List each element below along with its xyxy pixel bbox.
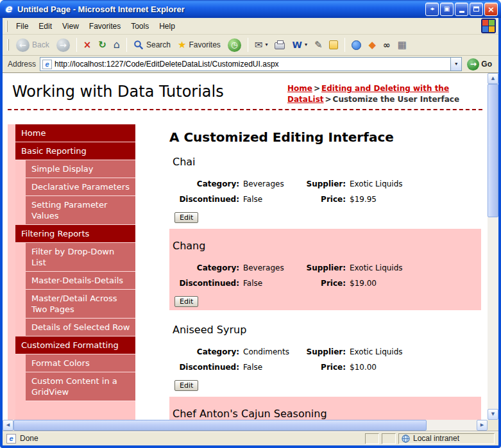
- toolbar-separator: [76, 38, 77, 52]
- field-value: Condiments: [243, 344, 293, 360]
- back-button[interactable]: ← Back: [13, 37, 53, 53]
- address-dropdown-button[interactable]: ▾: [450, 58, 461, 71]
- sidebar-item-custom-content-in-a-gridview[interactable]: Custom Content in a GridView: [26, 372, 135, 401]
- stop-button[interactable]: ×: [80, 39, 95, 51]
- status-left: e Done: [5, 434, 362, 444]
- document-icon: e: [6, 434, 16, 444]
- field-label: Category:: [173, 344, 239, 360]
- menu-file[interactable]: File: [11, 20, 33, 33]
- globe-icon: [352, 40, 361, 50]
- favorites-label: Favorites: [189, 40, 220, 49]
- sidebar-item-filtering-reports[interactable]: Filtering Reports: [15, 225, 135, 243]
- mail-button[interactable]: ✉ ▾: [251, 39, 271, 51]
- sidebar-item-home[interactable]: Home: [15, 124, 135, 142]
- field-value: Beverages: [243, 176, 293, 192]
- address-bar: Address e http://localhost:1227/Code/Edi…: [3, 56, 498, 73]
- edit-button[interactable]: Edit: [174, 380, 198, 391]
- titlebar-buttons: ◂▸ ▣ ×: [425, 3, 498, 16]
- product-item-aniseed-syrup: Aniseed SyrupCategory:CondimentsSupplier…: [169, 313, 481, 394]
- close-button[interactable]: ×: [484, 3, 498, 16]
- window-title: Untitled Page - Microsoft Internet Explo…: [17, 4, 421, 14]
- sidebar-item-details-of-selected-row[interactable]: Details of Selected Row: [26, 319, 135, 336]
- vertical-scroll-thumb[interactable]: [488, 84, 498, 217]
- go-arrow-icon: →: [467, 58, 479, 71]
- mail-icon: ✉: [255, 40, 263, 50]
- scroll-left-button[interactable]: ◀: [3, 420, 13, 431]
- go-button[interactable]: → Go: [466, 58, 495, 71]
- menu-help[interactable]: Help: [154, 20, 180, 33]
- field-label: Discontinued:: [173, 192, 239, 207]
- toolbar: ← Back → × ↻ ⌂ Search: [3, 35, 498, 56]
- maximize-button[interactable]: [470, 3, 483, 16]
- breadcrumb-home[interactable]: Home: [287, 84, 312, 93]
- intranet-globe-icon: [402, 435, 410, 443]
- forward-button[interactable]: →: [53, 37, 73, 53]
- sidebar-item-simple-display[interactable]: Simple Display: [26, 160, 135, 178]
- favorites-button[interactable]: ★ Favorites: [174, 39, 224, 51]
- field-value: False: [243, 360, 293, 375]
- address-url[interactable]: http://localhost:1227/Code/EditDeleteDat…: [55, 60, 448, 69]
- sidebar-list: HomeBasic ReportingSimple DisplayDeclara…: [15, 124, 135, 420]
- browser-window: e Untitled Page - Microsoft Internet Exp…: [0, 0, 501, 448]
- field-value: $10.00: [350, 360, 478, 375]
- sidebar-item-format-colors[interactable]: Format Colors: [26, 354, 135, 372]
- field-value: Exotic Liquids: [350, 260, 478, 276]
- horizontal-scroll-thumb[interactable]: [13, 420, 427, 431]
- addon-button-2[interactable]: ◆: [365, 39, 379, 51]
- field-label: Discontinued:: [173, 360, 239, 375]
- menu-favorites[interactable]: Favorites: [84, 20, 126, 33]
- scroll-right-button[interactable]: ▶: [477, 420, 488, 431]
- minimize-icon: [459, 11, 464, 13]
- sidebar-item-customized-formatting[interactable]: Customized Formatting: [15, 336, 135, 354]
- address-input[interactable]: e http://localhost:1227/Code/EditDeleteD…: [40, 57, 462, 71]
- titlebar-extra-button-2[interactable]: ▣: [440, 3, 454, 16]
- home-button[interactable]: ⌂: [110, 38, 123, 51]
- toolbar-gripper[interactable]: [7, 39, 9, 51]
- edit-button[interactable]: Edit: [174, 212, 198, 223]
- titlebar-extra-button-1[interactable]: ◂▸: [425, 3, 439, 16]
- discuss-button[interactable]: [326, 39, 341, 51]
- menu-tools[interactable]: Tools: [126, 20, 154, 33]
- word-icon: W: [292, 40, 301, 49]
- page-icon: e: [42, 60, 52, 69]
- titlebar[interactable]: e Untitled Page - Microsoft Internet Exp…: [0, 0, 501, 18]
- search-button[interactable]: Search: [130, 38, 174, 51]
- page-title: A Customized Editing Interface: [169, 129, 481, 145]
- field-label: Category:: [173, 176, 239, 192]
- sidebar-item-basic-reporting[interactable]: Basic Reporting: [15, 142, 135, 160]
- security-zone: Local intranet: [398, 433, 495, 444]
- sidebar-item-master-details-details[interactable]: Master-Details-Details: [26, 272, 135, 290]
- edit-page-button[interactable]: ✎: [311, 39, 326, 51]
- breadcrumb-customize-the-user-interface: Customize the User Interface: [333, 95, 459, 104]
- menubar-gripper[interactable]: [6, 21, 8, 32]
- toolbar-separator: [344, 38, 345, 52]
- vertical-scrollbar[interactable]: ▲ ▼: [488, 73, 498, 420]
- sidebar-item-declarative-parameters[interactable]: Declarative Parameters: [26, 178, 135, 196]
- scroll-down-button[interactable]: ▼: [488, 409, 498, 420]
- history-button[interactable]: ◷: [225, 37, 244, 53]
- refresh-button[interactable]: ↻: [95, 39, 110, 51]
- horizontal-scrollbar[interactable]: ◀ ▶: [3, 420, 488, 431]
- products: ChaiCategory:BeveragesSupplier:Exotic Li…: [169, 145, 481, 420]
- field-value: Beverages: [243, 260, 293, 276]
- menu-edit[interactable]: Edit: [33, 20, 57, 33]
- address-label: Address: [6, 60, 36, 69]
- sidebar-stripe: [8, 124, 15, 420]
- word-edit-button[interactable]: W ▾: [289, 39, 310, 51]
- print-button[interactable]: [271, 39, 288, 51]
- maximize-icon: [473, 6, 479, 12]
- addon-button-3[interactable]: ∞: [380, 39, 394, 51]
- sidebar-item-filter-by-drop-down-list[interactable]: Filter by Drop-Down List: [26, 243, 135, 272]
- status-cell: [365, 433, 379, 444]
- product-fields: Category:CondimentsSupplier:Exotic Liqui…: [173, 344, 478, 375]
- vertical-scroll-track[interactable]: [488, 217, 498, 409]
- sidebar-item-setting-parameter-values[interactable]: Setting Parameter Values: [26, 196, 135, 225]
- scroll-up-button[interactable]: ▲: [488, 73, 498, 84]
- addon-button-4[interactable]: ▦: [395, 39, 410, 51]
- edit-button[interactable]: Edit: [174, 296, 198, 307]
- messenger-button[interactable]: [348, 39, 364, 51]
- menu-view[interactable]: View: [57, 20, 84, 33]
- minimize-button[interactable]: [455, 3, 468, 16]
- field-label: Category:: [173, 260, 239, 276]
- sidebar-item-master-detail-across-two-pages[interactable]: Master/Detail Across Two Pages: [26, 290, 135, 319]
